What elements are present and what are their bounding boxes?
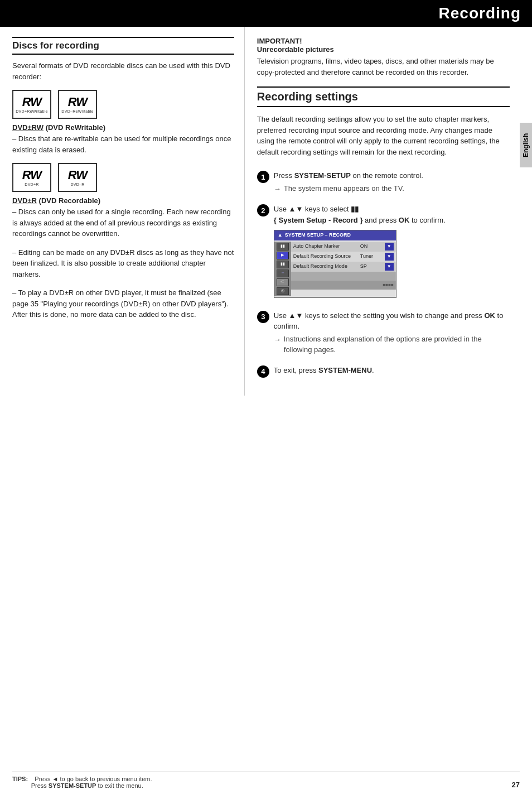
step-3-arrow: → Instructions and explanation of the op… xyxy=(274,334,510,355)
step-2-ok: OK xyxy=(399,216,410,224)
step-1: 1 Press SYSTEM-SETUP on the remote contr… xyxy=(257,170,510,196)
setup-row-5: ■■■■ xyxy=(291,281,396,290)
setup-row-3: Default Recording Mode SP ▼ xyxy=(291,262,396,272)
dvd-rw-description: – Discs that are re-writable can be used… xyxy=(12,133,234,155)
important-title: IMPORTANT! xyxy=(257,37,510,45)
step-1-number: 1 xyxy=(257,171,269,183)
setup-label-3: Default Recording Mode xyxy=(293,263,358,271)
step-1-arrow-text: The system menu appears on the TV. xyxy=(284,183,404,194)
step-2-text: Use ▲▼ keys to select xyxy=(274,205,351,213)
setup-dropdown-2: ▼ xyxy=(385,253,394,261)
setup-screen-header: ▲ SYSTEM SETUP – RECORD xyxy=(274,230,396,240)
dvd-minus-r-disc: RW DVD–R xyxy=(58,163,97,192)
dvd-r-description3: – To play a DVD±R on other DVD player, i… xyxy=(12,287,234,320)
important-subtitle: Unrecordable pictures xyxy=(257,45,510,54)
arrow-icon-3: → xyxy=(274,334,281,345)
dvd-r-type-label: DVD±R (DVD Recordable) xyxy=(12,196,234,205)
setup-header-title: SYSTEM SETUP – RECORD xyxy=(285,232,351,239)
recording-settings-intro: The default recording settings allow you… xyxy=(257,114,510,157)
setup-icon-4: ⎼ xyxy=(277,269,289,277)
step-4-bold: SYSTEM-MENU xyxy=(318,366,372,374)
dvd-rw-disc-row: RW DVD+ReWritable RW DVD–ReWritable xyxy=(12,90,234,119)
setup-label-2: Default Recording Source xyxy=(293,253,358,261)
page-number: 27 xyxy=(512,781,520,789)
dvd-r-disc-row: RW DVD+R RW DVD–R xyxy=(12,163,234,192)
dvd-minus-rw-disc: RW DVD–ReWritable xyxy=(58,90,97,119)
step-1-arrow: → The system menu appears on the TV. xyxy=(274,183,510,195)
setup-icons-area: ▮▮ ▶ ▮▮ ⎼ xyxy=(274,242,396,296)
discs-section-title: Discs for recording xyxy=(12,37,234,55)
step-4-text2: . xyxy=(372,366,374,374)
tips-label: TIPS: xyxy=(12,776,28,782)
setup-icon-1: ▮▮ xyxy=(277,243,289,251)
setup-value-1: ON xyxy=(360,243,383,251)
step-2: 2 Use ▲▼ keys to select ▮▮ { System Setu… xyxy=(257,204,510,302)
step-3-arrow-text: Instructions and explanation of the opti… xyxy=(284,334,510,355)
setup-value-3: SP xyxy=(360,263,383,271)
step-2-bold: { System Setup - Record } xyxy=(274,216,363,224)
dvd-plus-r-text: RW xyxy=(22,169,41,181)
step-4-number: 4 xyxy=(257,365,269,378)
step-2-content: Use ▲▼ keys to select ▮▮ { System Setup … xyxy=(274,204,510,302)
step-1-bold: SYSTEM-SETUP xyxy=(294,171,351,180)
step-1-content: Press SYSTEM-SETUP on the remote control… xyxy=(274,170,510,196)
setup-row-1: Auto Chapter Marker ON ▼ xyxy=(291,242,396,252)
dvd-plus-r-label: DVD+R xyxy=(25,182,38,186)
dvd-rw-type-label: DVD±RW (DVD ReWritable) xyxy=(12,123,234,132)
left-column: Discs for recording Several formats of D… xyxy=(0,27,245,396)
dvd-plus-rw-disc: RW DVD+ReWritable xyxy=(12,90,51,119)
setup-icon-5: ≔ xyxy=(277,278,289,286)
right-column: IMPORTANT! Unrecordable pictures Televis… xyxy=(245,27,532,396)
setup-label-1: Auto Chapter Marker xyxy=(293,243,358,251)
step-4: 4 To exit, press SYSTEM-MENU. xyxy=(257,365,510,378)
setup-data-rows: Auto Chapter Marker ON ▼ Default Recordi… xyxy=(291,242,396,296)
step-2-text3: to confirm. xyxy=(409,216,445,224)
page-header: Recording xyxy=(0,0,532,27)
header-title: Recording xyxy=(439,4,521,22)
main-content: Discs for recording Several formats of D… xyxy=(0,27,532,396)
dvd-minus-r-label: DVD–R xyxy=(70,182,84,186)
dvd-r-description1: – Discs can only be used for a single re… xyxy=(12,206,234,239)
recording-settings-title: Recording settings xyxy=(257,86,510,107)
dvd-minus-rw-label: DVD–ReWritable xyxy=(61,109,93,113)
arrow-icon-1: → xyxy=(274,184,281,195)
dvd-plus-rw-text: RW xyxy=(22,96,41,108)
step-2-icon: ▮▮ xyxy=(351,205,359,213)
step-1-text2: on the remote control. xyxy=(351,171,423,180)
step-2-text2: and press xyxy=(362,216,398,224)
page-footer: TIPS: Press ◄ to go back to previous men… xyxy=(12,772,520,789)
tip-2: Press SYSTEM-SETUP to exit the menu. xyxy=(31,782,143,789)
dvd-plus-r-disc: RW DVD+R xyxy=(12,163,51,192)
sidebar-language-label: English xyxy=(520,123,532,167)
dvd-r-type-text: (DVD Recordable) xyxy=(39,196,101,205)
setup-value-2: Tuner xyxy=(360,253,383,261)
step-3-number: 3 xyxy=(257,311,269,323)
dvd-rw-bold-label: DVD±RW xyxy=(12,123,43,132)
setup-row-4 xyxy=(291,272,396,281)
setup-icon-3: ▮▮ xyxy=(277,261,289,268)
important-text: Television programs, films, video tapes,… xyxy=(257,56,510,78)
step-4-text: To exit, press xyxy=(274,366,318,374)
step-3-ok: OK xyxy=(484,311,495,320)
setup-icon-6: ◎ xyxy=(277,287,289,295)
setup-row-2: Default Recording Source Tuner ▼ xyxy=(291,252,396,262)
setup-dropdown-1: ▼ xyxy=(385,243,394,251)
dvd-plus-rw-label: DVD+ReWritable xyxy=(16,109,48,113)
step-3-content: Use ▲▼ keys to select the setting you wi… xyxy=(274,310,510,357)
setup-icon-column: ▮▮ ▶ ▮▮ ⎼ xyxy=(274,242,291,296)
dvd-rw-type-text: (DVD ReWritable) xyxy=(46,123,105,132)
step-3-text: Use ▲▼ keys to select the setting you wi… xyxy=(274,311,485,320)
dvd-minus-r-text: RW xyxy=(68,169,87,181)
setup-header-icon: ▲ xyxy=(278,232,283,239)
setup-icon-2: ▶ xyxy=(277,252,289,259)
important-section: IMPORTANT! Unrecordable pictures Televis… xyxy=(257,37,510,78)
step-2-number: 2 xyxy=(257,204,269,216)
tip-1: Press ◄ to go back to previous menu item… xyxy=(35,776,152,782)
setup-screen-body: ▮▮ ▶ ▮▮ ⎼ xyxy=(274,240,396,297)
step-4-content: To exit, press SYSTEM-MENU. xyxy=(274,365,510,376)
step-1-text: Press xyxy=(274,171,294,180)
dvd-r-description2: – Editing can be made on any DVD±R discs… xyxy=(12,247,234,280)
dvd-minus-rw-text: RW xyxy=(68,96,87,108)
step-3: 3 Use ▲▼ keys to select the setting you … xyxy=(257,310,510,357)
discs-intro: Several formats of DVD recordable discs … xyxy=(12,60,234,82)
